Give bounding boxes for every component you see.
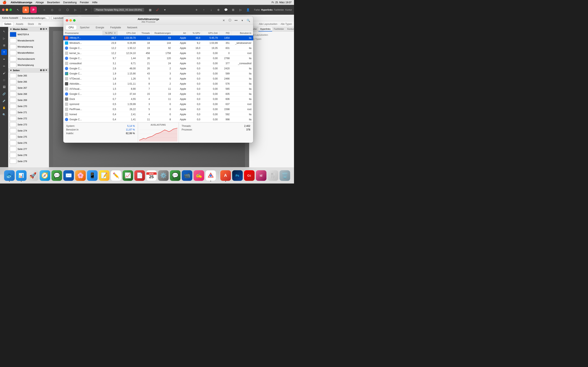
table-row[interactable]: WindowS... 23,9 6:26,99 18 144 Apple 9,2… xyxy=(63,41,253,46)
right-tab-farbfelder[interactable]: Farbfelder xyxy=(272,27,286,31)
page-list-item[interactable]: Seite 275 xyxy=(8,134,49,140)
col-cputime[interactable]: CPU-Zeit xyxy=(118,31,138,35)
menu-hilfe[interactable]: Hilfe xyxy=(92,1,97,4)
col-reaktivierungen[interactable]: Reaktivierungen xyxy=(151,31,173,35)
page-list-item[interactable]: Seite 269 xyxy=(8,97,49,103)
right-panel-farbe[interactable]: Farbe xyxy=(254,8,260,11)
dock-unknown[interactable]: 🍴 xyxy=(268,170,278,181)
toolbar-right-2[interactable]: ↑ xyxy=(200,7,207,13)
col-gpu[interactable]: % GPU xyxy=(188,31,202,35)
page-list-item[interactable]: Seite 271 xyxy=(8,109,49,115)
toolbar-select-tool[interactable]: ↖ xyxy=(15,7,21,13)
page-list-item[interactable]: Seite 270 xyxy=(8,103,49,109)
page-list-item[interactable]: Seite 267 xyxy=(8,85,49,91)
table-row[interactable]: sysmond 0,5 1:29,99 3 0 Apple 0,0 0,00 6… xyxy=(63,102,253,107)
dock-mail[interactable]: ✉️ xyxy=(63,170,74,181)
page-section-item[interactable]: Wochenübersicht xyxy=(8,56,49,62)
menu-ablage[interactable]: Ablage xyxy=(35,1,44,4)
tool-text[interactable]: T xyxy=(1,49,7,55)
dock-messages[interactable]: 💬 xyxy=(52,170,62,181)
seiten-header[interactable]: ▼ Seiten ⊞ ⊟ ✕ xyxy=(8,68,49,73)
table-row[interactable]: Google C... 1,9 1:15,90 43 3 Apple 0,0 0… xyxy=(63,71,253,76)
table-row[interactable]: kernel_ta... 12,2 12:24,10 458 1758 Appl… xyxy=(63,51,253,56)
am-more-icon[interactable]: ••• xyxy=(233,18,238,23)
tool-pencil[interactable]: ✏ xyxy=(1,63,7,69)
tool-link[interactable]: 🔗 xyxy=(1,91,7,97)
tool-brush[interactable]: 🖌 xyxy=(1,70,7,76)
page-section-item[interactable]: Monatsplanung xyxy=(8,44,49,50)
tool-zoom[interactable]: 🔍 xyxy=(1,112,7,117)
dock-calendar[interactable]: MÄR 25 xyxy=(146,170,157,181)
master-action-3[interactable]: ✕ xyxy=(45,28,47,30)
dock-indesign[interactable]: Id xyxy=(256,170,267,181)
col-threads[interactable]: Threads xyxy=(138,31,151,35)
right-panel-alle-typen[interactable]: Alle Typen xyxy=(281,23,292,25)
fullscreen-button[interactable] xyxy=(9,8,12,11)
dock-finder[interactable]: 🐟 xyxy=(4,170,15,181)
toolbar-more-icon[interactable]: ▾ xyxy=(162,7,168,13)
col-cpu[interactable]: % CPU ▼ xyxy=(103,31,118,35)
toolbar-tool4[interactable]: ⬡ xyxy=(64,7,71,13)
tool-hand[interactable]: ✋ xyxy=(1,105,7,110)
tool-select[interactable]: ↖ xyxy=(1,29,7,34)
dock-pages[interactable]: 📄 xyxy=(134,170,145,181)
col-pid[interactable]: PID xyxy=(219,31,231,35)
master-a-item[interactable]: MASTER A xyxy=(8,31,49,38)
toolbar-right-4[interactable]: ⊕ xyxy=(215,7,222,13)
master-action-1[interactable]: ⊞ xyxy=(40,28,42,30)
tool-crop[interactable]: ⊞ xyxy=(1,42,7,48)
dock-safari[interactable]: 🧭 xyxy=(40,170,50,181)
page-section-item[interactable]: Monatsübersicht xyxy=(8,38,49,44)
am-seg-energie[interactable]: Energie xyxy=(93,25,107,30)
seiten-action-2[interactable]: ⊟ xyxy=(43,69,44,72)
tool-shape[interactable]: □ xyxy=(1,77,7,83)
tab-ihr[interactable]: Ihr xyxy=(36,22,43,26)
toolbar-tool3[interactable]: □ xyxy=(57,7,63,13)
toolbar-tool6[interactable]: ⟳ xyxy=(83,7,89,13)
am-fullscreen-button[interactable] xyxy=(73,19,76,22)
apple-menu[interactable]: 🍎 xyxy=(2,0,7,4)
am-seg-cpu[interactable]: CPU xyxy=(66,25,77,30)
col-gputime[interactable]: GPU-Zeit xyxy=(202,31,219,35)
table-row[interactable]: homed 0,4 2,41 4 0 Apple 0,0 0,00 592 li… xyxy=(63,112,253,117)
tab-assets[interactable]: Assets xyxy=(14,22,25,26)
table-row[interactable]: Google C... 12,2 1:30,12 19 92 Apple 16,… xyxy=(63,46,253,51)
toolbar-right-7[interactable]: ▷ xyxy=(237,7,244,13)
menu-bearbeiten[interactable]: Bearbeiten xyxy=(47,1,60,4)
table-row[interactable]: Google C... 1,0 37,44 15 19 Apple 0,0 0,… xyxy=(63,92,253,97)
dock-notes[interactable]: 📝 xyxy=(99,170,109,181)
tool-pen[interactable]: ✒ xyxy=(1,56,7,62)
dock-creativecloud[interactable]: Cc xyxy=(244,170,255,181)
am-seg-speicher[interactable]: Speicher xyxy=(77,25,92,30)
tool-node[interactable]: ▷ xyxy=(1,35,7,41)
am-seg-netzwerk[interactable]: Netzwerk xyxy=(124,25,140,30)
tool-image[interactable]: 🖼 xyxy=(1,84,7,90)
menu-darstellung[interactable]: Darstellung xyxy=(63,1,77,4)
page-list-item[interactable]: Seite 277 xyxy=(8,146,49,152)
page-list-item[interactable]: Seite 274 xyxy=(8,128,49,134)
master-seiten-header[interactable]: ▼ Master-Seiten ⊞ ⊟ ✕ xyxy=(8,27,49,31)
table-row[interactable]: Google C... 0,4 1,41 11 8 Apple 0,0 0,00… xyxy=(63,117,253,122)
col-prozessname[interactable]: Prozessname xyxy=(63,31,103,35)
seiten-action-1[interactable]: ⊞ xyxy=(40,69,42,72)
toolbar-edit-icon[interactable]: 🖊 xyxy=(154,7,161,13)
right-panel-kontur[interactable]: Kontur xyxy=(285,8,292,11)
seiten-action-3[interactable]: ✕ xyxy=(45,69,47,72)
page-section-item[interactable]: Wochenplanung xyxy=(8,62,49,68)
am-dropdown-icon[interactable]: ▾ xyxy=(240,18,245,23)
page-list-item[interactable]: Seite 266 xyxy=(8,79,49,85)
dock-photoshop[interactable]: Ps xyxy=(232,170,243,181)
am-seg-festplatte[interactable]: Festplatte xyxy=(107,25,124,30)
table-row[interactable]: coreaudiod 3,1 8,71 21 24 Apple 0,0 0,00… xyxy=(63,61,253,66)
dock-photos[interactable]: 🌸 xyxy=(75,170,86,181)
toolbar-affinity2-icon[interactable]: P xyxy=(30,7,37,13)
table-row[interactable]: Aktivitäts... 1,6 1:01,11 8 2 Apple 0,0 … xyxy=(63,81,253,86)
toolbar-tool5[interactable]: ▷ xyxy=(72,7,79,13)
page-list-item[interactable]: Seite 279 xyxy=(8,158,49,164)
toolbar-right-5[interactable]: 💬 xyxy=(223,7,229,13)
table-row[interactable]: Affinity P... 49,7 1:03:39,70 11 69 Appl… xyxy=(63,35,253,41)
toolbar-tool1[interactable]: ○ xyxy=(41,7,48,13)
table-row[interactable]: PerfPowe... 0,5 26,22 5 0 Apple 0,0 0,00… xyxy=(63,107,253,112)
tab-stock[interactable]: Stock xyxy=(26,22,36,26)
toolbar-affinity-icon[interactable]: A xyxy=(22,7,29,13)
